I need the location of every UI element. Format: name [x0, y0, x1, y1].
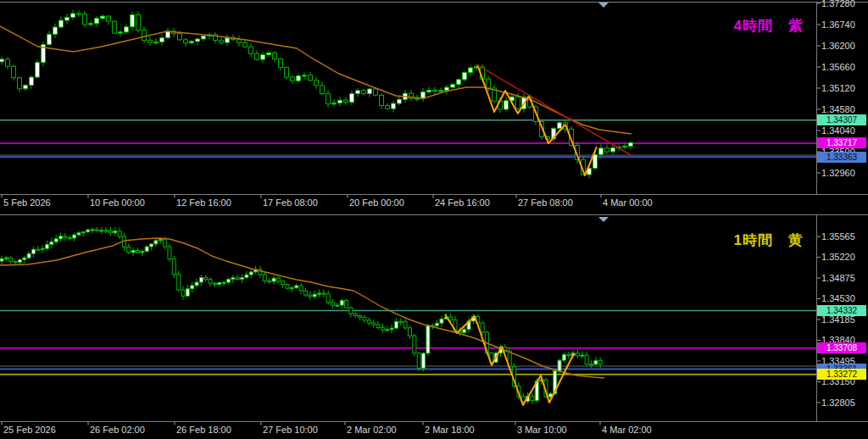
- h4-chart-area[interactable]: [0, 3, 816, 194]
- h4-price-axis[interactable]: [816, 3, 868, 194]
- h1-time-axis[interactable]: [0, 422, 868, 439]
- h1-chart-area[interactable]: [0, 216, 816, 421]
- h4-time-axis[interactable]: [0, 195, 868, 214]
- h1-price-axis[interactable]: [816, 216, 868, 421]
- trading-charts-window: 1.372801.367401.362001.356601.351201.345…: [0, 0, 868, 439]
